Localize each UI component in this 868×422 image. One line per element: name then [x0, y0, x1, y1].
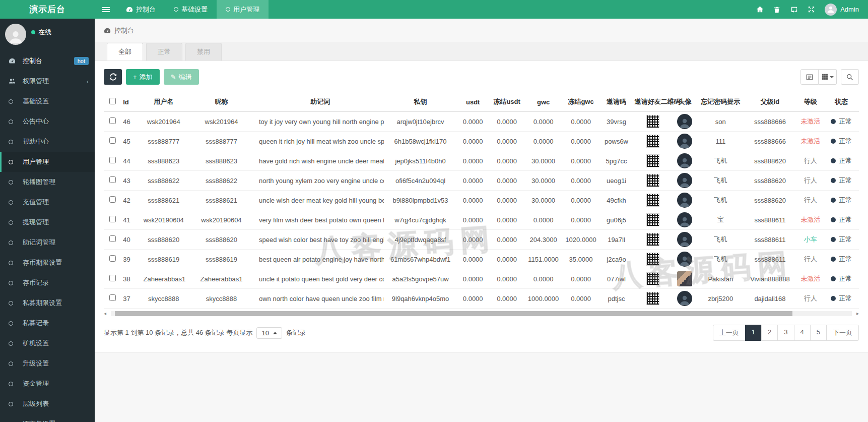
- page-button-5[interactable]: 5: [810, 325, 827, 341]
- edit-button[interactable]: ✎ 编辑: [164, 69, 199, 85]
- cell-level: 行人: [795, 151, 826, 171]
- sidebar-item-2[interactable]: 权限管理‹: [0, 71, 95, 91]
- sidebar-item-5[interactable]: 帮助中心: [0, 132, 95, 152]
- sidebar-item-7[interactable]: 轮播图管理: [0, 172, 95, 192]
- cell-ops: ⋮: [857, 151, 859, 171]
- prev-page-button[interactable]: 上一页: [713, 325, 746, 341]
- topnav-tab-1[interactable]: 控制台: [117, 0, 165, 19]
- cell-id: 40: [121, 230, 141, 250]
- sidebar-item-10[interactable]: 助记词管理: [0, 232, 95, 253]
- filter-tab-2[interactable]: 正常: [146, 43, 182, 61]
- add-button[interactable]: + 添加: [126, 69, 160, 85]
- row-checkbox[interactable]: [109, 255, 116, 262]
- sidebar-item-8[interactable]: 充值管理: [0, 192, 95, 212]
- sidebar-item-12[interactable]: 存币记录: [0, 273, 95, 293]
- sidebar-item-1[interactable]: 控制台hot: [0, 51, 95, 71]
- filter-tab-1[interactable]: 全部: [107, 43, 143, 61]
- cell-nickname: Zaheerabbas1: [186, 269, 257, 289]
- fullscreen-button[interactable]: [803, 0, 820, 19]
- row-checkbox[interactable]: [109, 275, 116, 281]
- row-checkbox[interactable]: [109, 235, 116, 242]
- cache-button[interactable]: [785, 0, 803, 19]
- topnav-tab-2[interactable]: 基础设置: [165, 0, 217, 19]
- sidebar-item-14[interactable]: 私募记录: [0, 313, 95, 333]
- scroll-left-icon[interactable]: ◂: [104, 311, 106, 316]
- pager: 上一页12345下一页: [713, 325, 859, 341]
- row-checkbox[interactable]: [109, 137, 116, 144]
- row-checkbox-cell: [104, 151, 121, 171]
- avatar: [677, 134, 692, 149]
- topnav-tab-3[interactable]: 用户管理: [217, 0, 269, 19]
- status-dot-icon: [831, 217, 836, 222]
- cell-qrcode: [633, 191, 674, 210]
- horizontal-scrollbar[interactable]: ◂ ▸: [104, 311, 859, 317]
- cell-avatar: [673, 151, 696, 171]
- sidebar-item-label: 轮播图管理: [23, 177, 55, 187]
- scrollbar-thumb[interactable]: [115, 311, 792, 316]
- refresh-button[interactable]: [104, 69, 122, 85]
- sidebar-item-16[interactable]: 升级设置: [0, 353, 95, 374]
- row-checkbox[interactable]: [109, 196, 116, 203]
- column-header: 父级id: [745, 92, 795, 112]
- sidebar-item-label: 充值管理: [23, 198, 49, 207]
- filter-tabstrip: 全部正常禁用: [95, 42, 868, 61]
- sidebar-item-11[interactable]: 存币期限设置: [0, 253, 95, 273]
- sidebar-item-9[interactable]: 提现管理: [0, 212, 95, 232]
- cell-invite-code: 077iwl: [600, 269, 632, 289]
- cell-mnemonic: have gold rich wish engine uncle deer me…: [257, 151, 384, 171]
- sidebar-item-label: 公告中心: [23, 117, 49, 126]
- cell-mnemonic: speed wish color best have toy zoo hill …: [257, 230, 384, 250]
- avatar: [677, 193, 692, 208]
- next-page-button[interactable]: 下一页: [826, 325, 859, 341]
- cell-mnemonic: queen it rich joy hill meat wish zoo unc…: [257, 132, 384, 151]
- sidebar-item-17[interactable]: 资金管理: [0, 374, 95, 394]
- sidebar-item-3[interactable]: 基础设置: [0, 91, 95, 111]
- status-dot-icon: [831, 296, 836, 301]
- select-all-checkbox[interactable]: [109, 98, 116, 104]
- admin-menu[interactable]: Admin: [825, 4, 859, 16]
- page-button-2[interactable]: 2: [761, 325, 778, 341]
- cell-level: 行人: [795, 191, 826, 210]
- sidebar-item-15[interactable]: 矿机设置: [0, 333, 95, 353]
- grid-icon: [822, 74, 828, 80]
- status-dot-icon: [831, 276, 836, 281]
- sidebar-toggle-button[interactable]: [95, 0, 117, 19]
- search-button[interactable]: [841, 69, 859, 85]
- sidebar-item-18[interactable]: 层级列表: [0, 394, 95, 414]
- row-checkbox[interactable]: [109, 176, 116, 183]
- cell-qrcode: [633, 210, 674, 230]
- cell-nickname: wsk20190604: [186, 210, 257, 230]
- home-button[interactable]: [751, 0, 768, 19]
- row-checkbox[interactable]: [109, 216, 116, 222]
- cell-password-hint: 111: [697, 132, 745, 151]
- sidebar-item-13[interactable]: 私募期限设置: [0, 293, 95, 313]
- row-checkbox[interactable]: [109, 117, 116, 124]
- filter-tab-3[interactable]: 禁用: [185, 43, 222, 61]
- add-button-label: 添加: [140, 73, 153, 82]
- column-header: 私钥: [384, 92, 457, 112]
- cell-frozen-usdt: 0.0000: [489, 151, 525, 171]
- scroll-right-icon[interactable]: ▸: [856, 311, 859, 316]
- caret-up-icon: [273, 332, 277, 334]
- page-button-3[interactable]: 3: [777, 325, 794, 341]
- page-button-4[interactable]: 4: [794, 325, 811, 341]
- cell-mnemonic: uncle it potato queen best gold very dee…: [257, 269, 384, 289]
- page-button-1[interactable]: 1: [745, 325, 762, 341]
- table-row: 45sss888777sss888777queen it rich joy hi…: [104, 132, 859, 151]
- row-checkbox[interactable]: [109, 157, 116, 163]
- columns-button[interactable]: [819, 69, 837, 85]
- sidebar-item-6[interactable]: 用户管理: [0, 152, 95, 172]
- trash-button[interactable]: [768, 0, 785, 19]
- admin-label: Admin: [840, 6, 859, 13]
- page-size-select[interactable]: 10: [256, 327, 282, 339]
- qrcode-image: [646, 233, 659, 246]
- sidebar-item-4[interactable]: 公告中心: [0, 111, 95, 132]
- detail-view-button[interactable]: [800, 69, 819, 85]
- table-row: 39sss888619sss888619best queen air potat…: [104, 250, 859, 269]
- cell-gwc: 30.0000: [525, 171, 561, 191]
- qrcode-image: [646, 154, 659, 167]
- row-checkbox[interactable]: [109, 294, 116, 301]
- sidebar-item-label: 存币期限设置: [23, 258, 62, 267]
- sidebar-item-19[interactable]: 语言包设置: [0, 414, 95, 422]
- caret-down-icon: [830, 76, 834, 78]
